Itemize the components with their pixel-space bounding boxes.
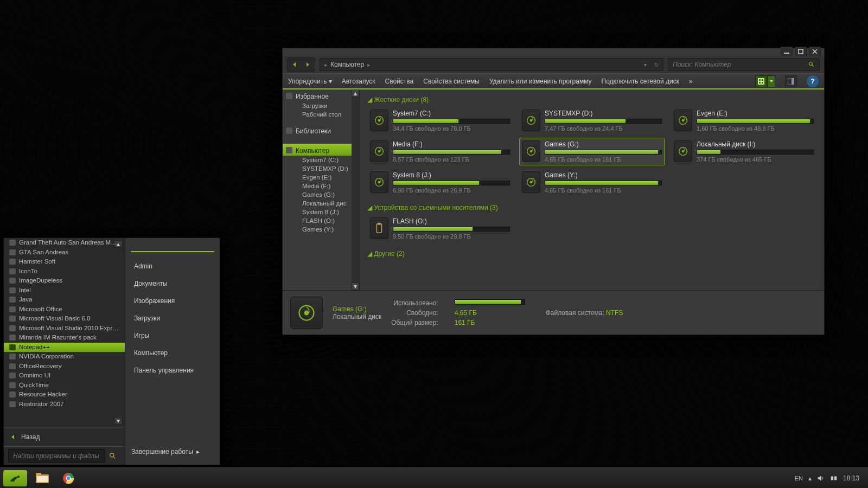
drive-tile[interactable]: Evgen (E:)1,60 ГБ свободно из 48,8 ГБ <box>671 107 816 134</box>
drive-tile[interactable]: Games (Y:)4,65 ГБ свободно из 161 ГБ <box>519 169 665 196</box>
tb-more[interactable]: » <box>689 78 693 85</box>
sidebar-drive[interactable]: FLASH (O:) <box>283 216 359 225</box>
program-item[interactable]: Restorator 2007 <box>4 400 125 409</box>
path-segment: Компьютер <box>330 61 364 68</box>
tray-flag-icon[interactable]: ▴ <box>808 474 812 482</box>
view-mode-button[interactable] <box>755 75 767 87</box>
tray-volume-icon[interactable] <box>817 474 825 482</box>
sidebar-fav-downloads[interactable]: Загрузки <box>283 101 359 110</box>
preview-pane-button[interactable] <box>785 75 797 87</box>
path-box[interactable]: ▸ Компьютер ▸ ▾ ↻ <box>320 58 663 71</box>
sidebar-drive[interactable]: System 8 (J:) <box>283 208 359 216</box>
program-item[interactable]: Miranda IM Razunter's pack <box>4 333 125 343</box>
close-button[interactable] <box>809 47 821 56</box>
program-item[interactable]: Hamster Soft <box>4 257 125 267</box>
tb-organize[interactable]: Упорядочить ▾ <box>288 78 332 85</box>
sidebar-drive[interactable]: Games (Y:) <box>283 225 359 234</box>
drive-free: 1,60 ГБ свободно из 48,8 ГБ <box>697 125 814 132</box>
drive-tile[interactable]: Локальный диск (I:)374 ГБ свободно из 46… <box>671 138 816 165</box>
start-back-button[interactable]: Назад <box>4 427 125 446</box>
sidebar-scrollbar[interactable]: ▴ ▾ <box>352 89 359 290</box>
drive-tile[interactable]: System7 (C:)34,4 ГБ свободно из 78,0 ГБ <box>367 107 513 134</box>
program-item[interactable]: Resource Hacker <box>4 390 125 400</box>
svg-point-37 <box>67 476 70 479</box>
forward-button[interactable] <box>302 59 314 70</box>
search-icon[interactable] <box>105 449 120 463</box>
program-item[interactable]: Microsoft Office <box>4 305 125 314</box>
refresh-icon[interactable]: ↻ <box>654 62 659 68</box>
drive-tile[interactable]: System 8 (J:)6,98 ГБ свободно из 26,9 ГБ <box>367 169 513 196</box>
program-item[interactable]: Microsoft Visual Studio 2010 Express <box>4 324 125 333</box>
program-item[interactable]: ImageDupeless <box>4 276 125 286</box>
taskbar-chrome[interactable] <box>56 470 80 486</box>
svg-point-17 <box>378 150 381 153</box>
sidebar-drive[interactable]: Games (G:) <box>283 190 359 199</box>
svg-rect-9 <box>792 78 794 85</box>
start-right-link[interactable]: Компьютер <box>125 344 220 362</box>
drive-tile[interactable]: Media (F:)8,57 ГБ свободно из 123 ГБ <box>367 138 513 165</box>
help-button[interactable]: ? <box>807 75 819 87</box>
window-titlebar[interactable] <box>283 48 824 56</box>
program-item[interactable]: GTA San Andreas <box>4 248 125 258</box>
drive-tile[interactable]: FLASH (O:)9,50 ГБ свободно из 29,8 ГБ <box>367 215 513 242</box>
program-item[interactable]: NVIDIA Corporation <box>4 352 125 362</box>
shutdown-button[interactable]: Завершение работы ▸ <box>131 444 213 459</box>
start-right-link[interactable]: Игры <box>125 327 220 344</box>
svg-rect-27 <box>378 223 381 225</box>
drive-tile[interactable]: Games (G:)4,65 ГБ свободно из 161 ГБ <box>519 138 665 165</box>
section-other[interactable]: ◢ Другие (2) <box>363 248 819 261</box>
sidebar-computer[interactable]: Компьютер <box>283 144 352 156</box>
taskbar-explorer[interactable] <box>30 470 54 486</box>
maximize-button[interactable] <box>795 47 807 56</box>
sidebar-drive[interactable]: System7 (C:) <box>283 156 359 164</box>
program-item[interactable]: Microsoft Visual Basic 6.0 <box>4 314 125 324</box>
view-mode-dropdown[interactable] <box>768 75 775 87</box>
tb-uninstall[interactable]: Удалить или изменить программу <box>489 78 592 85</box>
program-item[interactable]: OfficeRecovery <box>4 362 125 371</box>
back-button[interactable] <box>289 59 301 70</box>
tb-sysprops[interactable]: Свойства системы <box>423 78 480 85</box>
start-right-link[interactable]: Admin <box>125 258 220 275</box>
svg-point-25 <box>530 181 533 184</box>
tray-language[interactable]: EN <box>795 475 803 481</box>
start-right-link[interactable]: Изображения <box>125 292 220 310</box>
taskbar: EN ▴ 18:13 <box>0 467 868 488</box>
tray-network-icon[interactable] <box>830 474 838 482</box>
drive-name: Games (G:) <box>545 140 662 148</box>
program-item[interactable]: QuickTime <box>4 381 125 390</box>
scroll-down-icon[interactable]: ▾ <box>352 282 359 290</box>
tray-clock[interactable]: 18:13 <box>843 474 859 482</box>
drive-tile[interactable]: SYSTEMXP (D:)7,47 ГБ свободно из 24,4 ГБ <box>519 107 665 134</box>
program-item[interactable]: Java <box>4 295 125 305</box>
tb-mapdrive[interactable]: Подключить сетевой диск <box>602 78 679 85</box>
tb-autorun[interactable]: Автозапуск <box>342 78 375 85</box>
chevron-down-icon[interactable]: ▾ <box>644 62 647 68</box>
program-item[interactable]: Notepad++ <box>4 343 125 352</box>
details-used-bar <box>455 299 525 305</box>
scroll-up-icon[interactable]: ▴ <box>352 89 359 97</box>
sidebar-libraries[interactable]: Библиотеки <box>283 124 359 136</box>
sidebar-drive[interactable]: Evgen (E:) <box>283 173 359 182</box>
sidebar-fav-desktop[interactable]: Рабочий стол <box>283 110 359 119</box>
start-search-input[interactable] <box>8 449 105 463</box>
sidebar-drive[interactable]: Локальный дис <box>283 199 359 208</box>
section-removable[interactable]: ◢ Устройства со съемными носителями (3) <box>363 202 819 215</box>
sidebar-drive[interactable]: Media (F:) <box>283 182 359 190</box>
programs-scroll-down[interactable]: ▾ <box>114 417 123 425</box>
tb-properties[interactable]: Свойства <box>385 78 414 85</box>
drive-bar <box>545 119 662 124</box>
section-hdd[interactable]: ◢ Жесткие диски (8) <box>363 94 819 107</box>
program-item[interactable]: IconTo <box>4 267 125 277</box>
minimize-button[interactable] <box>781 47 793 56</box>
program-item[interactable]: Grand Theft Auto San Andreas MultiPlay <box>4 238 125 248</box>
details-total-val: 161 ГБ <box>455 319 525 326</box>
start-right-link[interactable]: Загрузки <box>125 310 220 327</box>
start-button[interactable] <box>3 470 27 486</box>
sidebar-favorites[interactable]: Избранное <box>283 89 359 101</box>
start-right-link[interactable]: Панель управления <box>125 362 220 379</box>
search-box[interactable]: Поиск: Компьютер <box>668 58 820 71</box>
sidebar-drive[interactable]: SYSTEMXP (D:) <box>283 164 359 173</box>
program-item[interactable]: Intel <box>4 286 125 296</box>
start-right-link[interactable]: Документы <box>125 275 220 292</box>
program-item[interactable]: Omnimo UI <box>4 371 125 381</box>
